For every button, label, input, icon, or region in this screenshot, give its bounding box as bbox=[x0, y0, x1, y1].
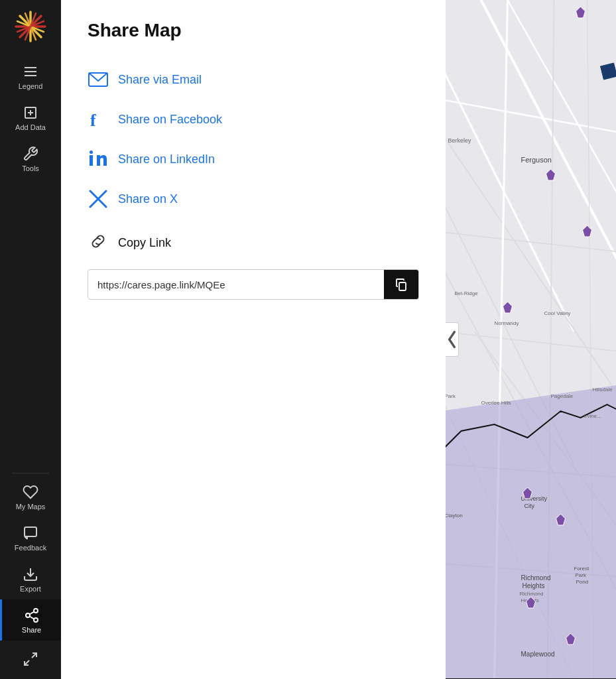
sidebar-item-legend-label: Legend bbox=[19, 82, 43, 90]
svg-line-22 bbox=[29, 617, 34, 619]
copy-icon bbox=[395, 278, 408, 291]
share-facebook-label: Share on Facebook bbox=[118, 113, 222, 127]
export-icon bbox=[23, 566, 38, 582]
copy-link-input-row bbox=[88, 269, 419, 300]
share-email-option[interactable]: Share via Email bbox=[88, 60, 419, 99]
expand-icon bbox=[23, 651, 38, 667]
copy-link-input[interactable] bbox=[88, 271, 384, 298]
sidebar-divider bbox=[12, 473, 48, 473]
map-svg: Berkeley Ferguson Cool Valley Bel-Ridge … bbox=[446, 0, 616, 679]
svg-text:Park: Park bbox=[576, 572, 587, 578]
share-facebook-option[interactable]: f Share on Facebook bbox=[88, 99, 419, 139]
svg-line-25 bbox=[25, 660, 29, 665]
svg-text:Hillsdale: Hillsdale bbox=[593, 387, 613, 393]
svg-text:Forest: Forest bbox=[574, 566, 589, 572]
share-x-option[interactable]: Share on X bbox=[88, 179, 419, 219]
svg-text:Maplewood: Maplewood bbox=[521, 650, 555, 658]
share-icon bbox=[24, 607, 40, 623]
svg-rect-30 bbox=[399, 282, 406, 290]
sidebar-item-legend[interactable]: Legend bbox=[0, 56, 61, 97]
share-linkedin-option[interactable]: Share on LinkedIn bbox=[88, 139, 419, 179]
svg-rect-28 bbox=[90, 155, 93, 166]
svg-text:City: City bbox=[524, 503, 535, 509]
link-icon bbox=[88, 231, 109, 255]
share-email-label: Share via Email bbox=[118, 73, 202, 87]
svg-text:Richmond: Richmond bbox=[521, 574, 551, 582]
facebook-icon: f bbox=[88, 109, 109, 130]
sidebar-item-my-maps[interactable]: My Maps bbox=[0, 476, 61, 517]
copy-link-label: Copy Link bbox=[118, 236, 171, 250]
sidebar-item-add-data[interactable]: Add Data bbox=[0, 97, 61, 138]
svg-text:Heights: Heights bbox=[523, 582, 545, 589]
sidebar-item-add-data-label: Add Data bbox=[15, 123, 46, 131]
sidebar-item-feedback[interactable]: Feedback bbox=[0, 517, 61, 558]
map-area: Berkeley Ferguson Cool Valley Bel-Ridge … bbox=[446, 0, 616, 679]
chevron-left-icon bbox=[446, 327, 458, 352]
svg-point-19 bbox=[34, 609, 38, 613]
svg-text:Pagedale: Pagedale bbox=[551, 393, 574, 399]
svg-text:Normandy: Normandy bbox=[495, 320, 519, 326]
svg-text:Bel-Ridge: Bel-Ridge bbox=[455, 290, 479, 296]
add-data-icon bbox=[23, 105, 38, 121]
svg-line-24 bbox=[32, 653, 36, 658]
sidebar-item-export-label: Export bbox=[20, 585, 41, 593]
svg-text:Berkeley: Berkeley bbox=[448, 137, 472, 144]
sidebar-item-feedback-label: Feedback bbox=[15, 544, 46, 552]
sidebar-nav-top: Legend Add Data Tools bbox=[0, 53, 61, 470]
email-icon bbox=[88, 69, 109, 90]
sidebar-item-share[interactable]: Share bbox=[0, 599, 61, 641]
sidebar-item-export[interactable]: Export bbox=[0, 558, 61, 599]
sidebar: Legend Add Data Tools My Maps bbox=[0, 0, 61, 679]
share-linkedin-label: Share on LinkedIn bbox=[118, 153, 215, 166]
svg-text:Clayton: Clayton bbox=[446, 513, 463, 519]
map-collapse-button[interactable] bbox=[446, 322, 459, 357]
tools-icon bbox=[23, 146, 38, 162]
sidebar-nav-bottom: My Maps Feedback Export bbox=[0, 476, 61, 679]
sidebar-item-my-maps-label: My Maps bbox=[16, 503, 46, 511]
feedback-icon bbox=[23, 525, 38, 541]
svg-text:Ferguson: Ferguson bbox=[521, 156, 552, 164]
svg-line-23 bbox=[29, 612, 34, 615]
sidebar-item-tools-label: Tools bbox=[22, 164, 39, 172]
sidebar-item-share-label: Share bbox=[22, 626, 41, 634]
svg-point-20 bbox=[26, 613, 30, 617]
svg-text:Cool Valley: Cool Valley bbox=[544, 310, 571, 316]
panel-title: Share Map bbox=[88, 20, 419, 41]
logo-icon bbox=[13, 9, 48, 44]
copy-link-button[interactable] bbox=[384, 270, 418, 299]
sidebar-item-expand[interactable] bbox=[0, 643, 61, 674]
linkedin-icon bbox=[88, 149, 109, 170]
sidebar-item-tools[interactable]: Tools bbox=[0, 138, 61, 179]
list-icon bbox=[23, 64, 38, 80]
svg-text:f: f bbox=[90, 111, 96, 130]
svg-text:Overlee Hills: Overlee Hills bbox=[481, 400, 511, 406]
svg-rect-15 bbox=[25, 527, 36, 536]
share-x-label: Share on X bbox=[118, 192, 178, 206]
svg-point-21 bbox=[34, 618, 38, 622]
x-icon bbox=[88, 188, 109, 210]
share-panel: Share Map Share via Email f Share on Fac… bbox=[61, 0, 446, 679]
heart-icon bbox=[23, 484, 38, 500]
svg-point-29 bbox=[90, 151, 93, 154]
svg-text:Pond: Pond bbox=[576, 579, 589, 585]
app-logo bbox=[0, 0, 61, 53]
svg-text:Irvine...: Irvine... bbox=[584, 413, 601, 419]
svg-text:Richmond: Richmond bbox=[520, 591, 544, 597]
copy-link-row: Copy Link bbox=[88, 219, 419, 264]
svg-text:Park: Park bbox=[446, 393, 456, 399]
